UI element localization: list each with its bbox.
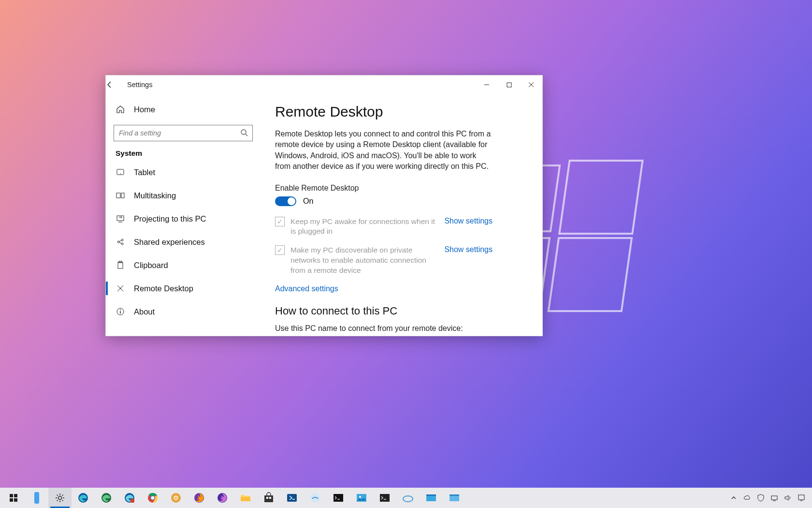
minimize-button[interactable] xyxy=(476,75,498,94)
taskbar-terminal-1[interactable] xyxy=(327,488,350,508)
taskbar-chrome[interactable] xyxy=(141,488,164,508)
svg-rect-6 xyxy=(116,193,120,198)
sidebar-item-label: About xyxy=(134,307,155,316)
svg-rect-7 xyxy=(121,193,124,198)
keep-awake-label: Keep my PC awake for connections when it… xyxy=(290,217,438,237)
sidebar-item-label: Multitasking xyxy=(134,191,176,200)
sidebar-item-about[interactable]: About xyxy=(106,300,261,323)
svg-point-23 xyxy=(58,496,62,500)
taskbar-file-explorer[interactable] xyxy=(234,488,257,508)
keep-awake-show-settings-link[interactable]: Show settings xyxy=(444,217,493,225)
tray-network-icon[interactable] xyxy=(768,488,780,508)
svg-point-2 xyxy=(241,130,246,134)
sidebar-item-label: Remote Desktop xyxy=(134,284,193,293)
svg-rect-19 xyxy=(14,494,17,497)
search-input[interactable] xyxy=(114,125,253,141)
sidebar: Home System Tablet Multitasking Projecti… xyxy=(106,94,261,336)
enable-label: Enable Remote Desktop xyxy=(275,184,528,193)
sidebar-item-multitasking[interactable]: Multitasking xyxy=(106,184,261,207)
sidebar-item-clipboard[interactable]: Clipboard xyxy=(106,254,261,277)
svg-point-10 xyxy=(121,239,123,241)
svg-rect-12 xyxy=(118,262,123,269)
taskbar-app-2[interactable] xyxy=(396,488,420,508)
svg-rect-22 xyxy=(34,492,39,504)
clipboard-icon xyxy=(116,260,125,270)
sidebar-item-label: Clipboard xyxy=(134,261,168,270)
taskbar xyxy=(0,488,812,508)
connect-instruction: Use this PC name to connect from your re… xyxy=(275,324,528,333)
sidebar-home[interactable]: Home xyxy=(106,99,261,120)
sidebar-category: System xyxy=(106,144,261,161)
svg-rect-51 xyxy=(771,496,777,500)
taskbar-store[interactable] xyxy=(257,488,280,508)
svg-rect-37 xyxy=(264,495,273,502)
svg-rect-53 xyxy=(798,495,804,500)
taskbar-settings[interactable] xyxy=(48,488,72,508)
svg-point-11 xyxy=(121,243,123,245)
svg-point-9 xyxy=(117,241,119,243)
taskbar-powershell[interactable] xyxy=(280,488,304,508)
taskbar-app-4[interactable] xyxy=(443,488,466,508)
projecting-icon xyxy=(116,214,125,224)
page-description: Remote Desktop lets you connect to and c… xyxy=(275,129,493,172)
svg-line-3 xyxy=(246,134,247,136)
page-heading: Remote Desktop xyxy=(275,104,528,120)
taskbar-edge-canary[interactable] xyxy=(118,488,141,508)
tray-action-center-icon[interactable] xyxy=(796,488,807,508)
tray-onedrive-icon[interactable] xyxy=(741,488,753,508)
svg-point-14 xyxy=(120,288,121,289)
svg-rect-1 xyxy=(507,83,511,87)
svg-rect-50 xyxy=(450,494,459,496)
taskbar-cortana[interactable] xyxy=(25,488,48,508)
connect-heading: How to connect to this PC xyxy=(275,305,528,317)
svg-rect-27 xyxy=(130,499,134,503)
sidebar-item-tablet[interactable]: Tablet xyxy=(106,161,261,184)
content-pane: Remote Desktop Remote Desktop lets you c… xyxy=(261,94,542,336)
tablet-icon xyxy=(116,167,125,177)
svg-point-5 xyxy=(120,173,121,174)
taskbar-edge[interactable] xyxy=(72,488,95,508)
search-icon xyxy=(240,129,248,136)
taskbar-firefox[interactable] xyxy=(188,488,211,508)
taskbar-app-3[interactable] xyxy=(420,488,443,508)
svg-rect-42 xyxy=(334,494,343,502)
about-icon xyxy=(116,307,125,316)
svg-rect-45 xyxy=(380,494,390,502)
svg-rect-21 xyxy=(14,498,17,502)
back-button[interactable] xyxy=(106,81,127,89)
svg-rect-36 xyxy=(241,497,250,501)
sidebar-item-projecting[interactable]: Projecting to this PC xyxy=(106,207,261,230)
enable-remote-desktop-toggle[interactable] xyxy=(275,196,296,206)
sidebar-item-label: Tablet xyxy=(134,168,155,177)
svg-point-33 xyxy=(174,496,177,499)
tray-volume-icon[interactable] xyxy=(782,488,794,508)
toggle-state: On xyxy=(303,197,313,206)
sidebar-item-remote-desktop[interactable]: Remote Desktop xyxy=(106,277,261,300)
sidebar-item-shared-experiences[interactable]: Shared experiences xyxy=(106,230,261,254)
svg-rect-20 xyxy=(10,498,13,502)
start-button[interactable] xyxy=(2,488,25,508)
taskbar-edge-dev[interactable] xyxy=(95,488,118,508)
taskbar-chrome-canary[interactable] xyxy=(164,488,188,508)
advanced-settings-link[interactable]: Advanced settings xyxy=(275,284,528,293)
close-button[interactable] xyxy=(520,75,542,94)
svg-rect-39 xyxy=(269,497,271,499)
system-tray xyxy=(728,488,810,508)
home-icon xyxy=(116,105,125,114)
tray-security-icon[interactable] xyxy=(755,488,767,508)
maximize-button[interactable] xyxy=(498,75,520,94)
taskbar-app-1[interactable] xyxy=(304,488,327,508)
svg-point-46 xyxy=(403,496,413,502)
discoverable-label: Make my PC discoverable on private netwo… xyxy=(290,245,438,276)
taskbar-firefox-nightly[interactable] xyxy=(211,488,234,508)
sidebar-item-label: Shared experiences xyxy=(134,238,205,247)
keep-awake-checkbox[interactable]: ✓ xyxy=(275,217,285,226)
discoverable-checkbox[interactable]: ✓ xyxy=(275,245,285,255)
tray-show-hidden-icons[interactable] xyxy=(728,488,740,508)
window-title: Settings xyxy=(127,81,152,89)
discoverable-show-settings-link[interactable]: Show settings xyxy=(444,245,493,254)
svg-rect-48 xyxy=(426,494,436,496)
taskbar-terminal-2[interactable] xyxy=(373,488,396,508)
titlebar: Settings xyxy=(106,75,542,94)
taskbar-photos[interactable] xyxy=(350,488,373,508)
